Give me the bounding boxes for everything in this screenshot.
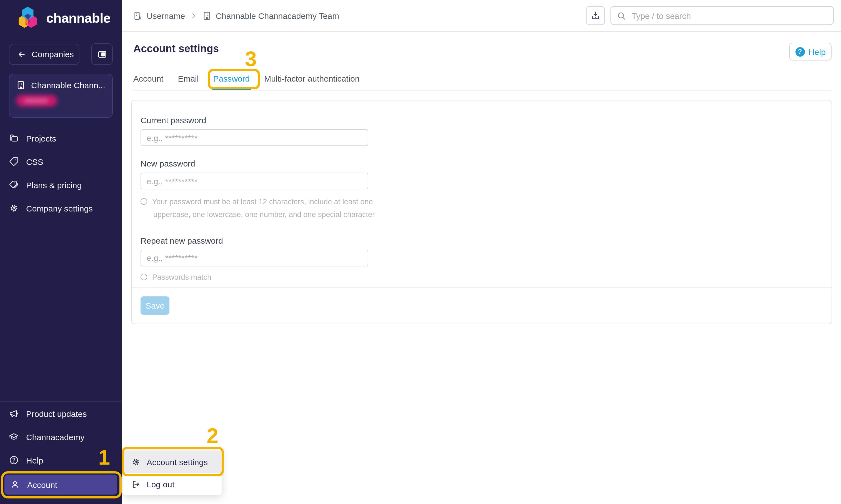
sidebar-item-label: Product updates <box>26 409 87 418</box>
menu-item-log-out[interactable]: Log out <box>123 473 222 495</box>
form-footer: Save <box>132 287 831 324</box>
tags-icon <box>9 180 19 190</box>
page-head: Account settings Account Email Password … <box>122 32 841 90</box>
new-password-input[interactable] <box>141 173 368 189</box>
breadcrumb-label: Username <box>147 11 185 20</box>
sidebar-item-css[interactable]: CSS <box>0 150 122 173</box>
arrow-left-icon <box>17 50 26 58</box>
channable-logo: channable <box>0 0 122 32</box>
password-form: Current password New password Your passw… <box>132 101 831 282</box>
help-question-icon: ? <box>795 47 805 56</box>
chevron-right-icon <box>190 12 197 19</box>
company-id-badge-blurred <box>16 95 57 107</box>
breadcrumb: Username Channable Channacademy Team <box>133 11 586 20</box>
save-button[interactable]: Save <box>141 296 170 315</box>
collapse-sidebar-button[interactable] <box>91 43 113 65</box>
org-user-icon <box>133 11 143 20</box>
tab-password[interactable]: Password <box>213 67 250 90</box>
passwords-match-text: Passwords match <box>152 273 211 282</box>
sidebar-item-label: Company settings <box>26 203 93 213</box>
help-circle-icon <box>9 455 19 465</box>
sidebar-item-product-updates[interactable]: Product updates <box>0 402 122 425</box>
download-button[interactable] <box>586 6 605 25</box>
gear-icon <box>9 203 19 213</box>
sidebar-item-label: Help <box>26 455 43 465</box>
graduation-cap-icon <box>9 432 19 442</box>
circle-outline-icon <box>141 274 147 281</box>
sidebar-item-help[interactable]: Help <box>0 449 122 472</box>
tab-multi-factor-authentication[interactable]: Multi-factor authentication <box>264 67 360 90</box>
circle-outline-icon <box>141 198 147 205</box>
passwords-match-hint: Passwords match <box>141 273 823 282</box>
menu-item-label: Log out <box>147 479 174 489</box>
sidebar-item-label: Channacademy <box>26 432 84 442</box>
current-password-label: Current password <box>141 115 823 125</box>
main-area: Username Channable Channacademy Team <box>122 0 841 504</box>
logout-icon <box>131 479 141 489</box>
breadcrumb-company[interactable]: Channable Channacademy Team <box>202 11 339 20</box>
channable-hexagon-logo-icon <box>16 5 39 32</box>
global-search <box>611 6 834 25</box>
panel-collapse-icon <box>97 49 107 59</box>
sidebar: channable Companies Channable Chann... <box>0 0 122 504</box>
company-selector[interactable]: Channable Chann... <box>9 74 113 118</box>
user-icon <box>10 480 20 490</box>
sidebar-item-projects[interactable]: Projects <box>0 127 122 150</box>
tab-account[interactable]: Account <box>133 67 163 90</box>
top-header: Username Channable Channacademy Team <box>122 0 841 32</box>
password-requirements-hint: Your password must be at least 12 charac… <box>141 196 823 221</box>
company-name: Channable Chann... <box>31 80 105 90</box>
megaphone-icon <box>9 409 19 418</box>
app-root: channable Companies Channable Chann... <box>0 0 841 504</box>
companies-button-label: Companies <box>32 49 74 59</box>
sidebar-item-label: Projects <box>26 133 56 143</box>
help-button-label: Help <box>808 47 826 56</box>
sidebar-item-label: Plans & pricing <box>26 180 82 190</box>
new-password-label: New password <box>141 159 823 168</box>
help-button[interactable]: ? Help <box>789 43 831 60</box>
building-icon <box>16 80 25 90</box>
breadcrumb-username[interactable]: Username <box>133 11 185 20</box>
tab-email[interactable]: Email <box>178 67 198 90</box>
menu-item-label: Account settings <box>147 457 208 467</box>
sidebar-item-label: Account <box>27 480 57 489</box>
sidebar-item-label: CSS <box>26 157 43 166</box>
repeat-password-label: Repeat new password <box>141 236 823 245</box>
repeat-password-input[interactable] <box>141 250 368 266</box>
building-icon <box>202 11 212 20</box>
current-password-input[interactable] <box>141 129 368 146</box>
page-title: Account settings <box>133 43 832 55</box>
sidebar-item-account[interactable]: Account <box>4 474 117 494</box>
account-menu: Account settings Log out <box>123 451 222 495</box>
sidebar-bottom-nav: Product updates Channacademy Help Accoun… <box>0 401 122 504</box>
password-requirements-text: Your password must be at least 12 charac… <box>152 196 375 221</box>
sidebar-primary-nav: Projects CSS Plans & pricing Company set… <box>0 127 122 220</box>
search-input[interactable] <box>630 10 828 21</box>
search-icon <box>617 11 626 20</box>
sidebar-item-company-settings[interactable]: Company settings <box>0 197 122 220</box>
channable-wordmark: channable <box>46 11 110 26</box>
sidebar-item-channacademy[interactable]: Channacademy <box>0 425 122 449</box>
download-tray-icon <box>591 11 600 20</box>
menu-item-account-settings[interactable]: Account settings <box>123 451 222 473</box>
projects-icon <box>9 133 19 143</box>
tag-icon <box>9 157 19 166</box>
password-form-card: Current password New password Your passw… <box>131 100 832 324</box>
gear-icon <box>131 457 141 467</box>
tabs: Account Email Password Multi-factor auth… <box>133 67 832 90</box>
sidebar-item-plans-pricing[interactable]: Plans & pricing <box>0 173 122 197</box>
back-to-companies-button[interactable]: Companies <box>9 43 80 65</box>
breadcrumb-label: Channable Channacademy Team <box>215 11 339 20</box>
